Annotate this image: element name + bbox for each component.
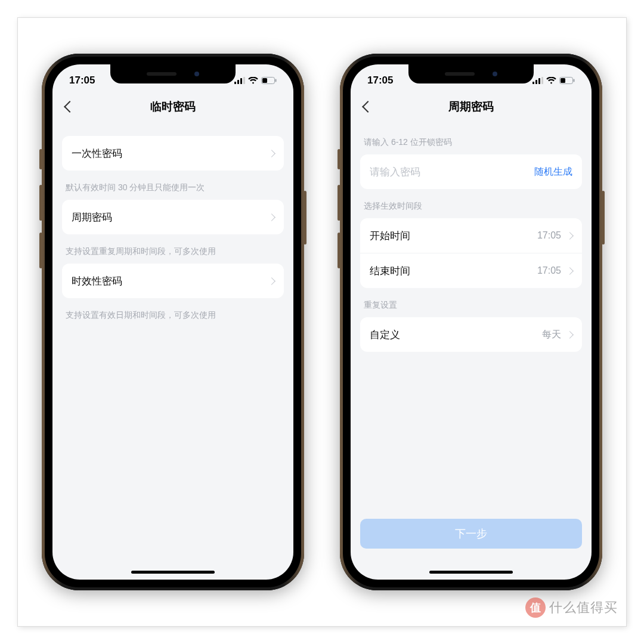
svg-rect-7 [532, 82, 534, 84]
svg-rect-3 [243, 77, 245, 84]
battery-icon [261, 77, 277, 84]
svg-rect-6 [275, 79, 277, 82]
screenshot-canvas: 17:05 临时密码 [18, 18, 626, 626]
watermark-text: 什么值得买 [549, 599, 618, 617]
page-title: 临时密码 [150, 99, 196, 114]
password-input-card: 请输入密码 随机生成 [360, 154, 582, 189]
nav-bar: 周期密码 [351, 93, 592, 120]
timed-password-hint: 支持设置有效日期和时间段，可多次使用 [62, 298, 284, 327]
wifi-icon [248, 77, 258, 84]
chevron-left-icon [64, 101, 76, 113]
period-section-hint: 选择生效时间段 [360, 189, 582, 218]
chevron-right-icon [566, 331, 574, 339]
home-indicator[interactable] [131, 571, 215, 574]
one-time-password-row[interactable]: 一次性密码 [62, 136, 284, 171]
periodic-password-card: 周期密码 [62, 200, 284, 234]
timed-password-row[interactable]: 时效性密码 [62, 264, 284, 298]
time-range-card: 开始时间 17:05 结束时间 17:05 [360, 218, 582, 288]
repeat-card: 自定义 每天 [360, 317, 582, 352]
end-time-value: 17:05 [537, 265, 561, 276]
svg-rect-10 [541, 77, 543, 84]
back-button[interactable] [359, 98, 377, 116]
row-label: 开始时间 [370, 229, 537, 243]
random-generate-link[interactable]: 随机生成 [534, 166, 572, 178]
row-label: 周期密码 [72, 210, 269, 224]
password-instruction: 请输入 6-12 位开锁密码 [360, 125, 582, 154]
custom-repeat-row[interactable]: 自定义 每天 [360, 317, 582, 352]
chevron-right-icon [566, 232, 574, 240]
status-bar: 17:05 [52, 64, 293, 93]
back-button[interactable] [61, 98, 79, 116]
password-input-row[interactable]: 请输入密码 随机生成 [360, 154, 582, 189]
periodic-password-row[interactable]: 周期密码 [62, 200, 284, 234]
password-placeholder: 请输入密码 [370, 165, 534, 179]
watermark-badge: 值 [525, 597, 546, 618]
svg-rect-2 [240, 78, 242, 84]
one-time-password-hint: 默认有效时间 30 分钟且只能使用一次 [62, 171, 284, 200]
watermark: 值 什么值得买 [525, 597, 618, 618]
start-time-value: 17:05 [537, 230, 561, 241]
row-label: 时效性密码 [72, 274, 269, 288]
signal-icon [532, 77, 543, 84]
svg-rect-9 [538, 78, 540, 84]
phone-mockup-left: 17:05 临时密码 [42, 54, 304, 590]
start-time-row[interactable]: 开始时间 17:05 [360, 218, 582, 253]
status-time: 17:05 [69, 71, 95, 86]
row-label: 自定义 [370, 328, 542, 342]
signal-icon [234, 77, 245, 84]
svg-rect-1 [237, 80, 239, 84]
status-bar: 17:05 [351, 64, 592, 93]
chevron-right-icon [268, 150, 275, 157]
nav-bar: 临时密码 [52, 93, 293, 120]
svg-rect-8 [535, 80, 537, 84]
chevron-left-icon [362, 101, 374, 113]
status-time: 17:05 [367, 71, 393, 86]
page-title: 周期密码 [448, 99, 494, 114]
one-time-password-card: 一次性密码 [62, 136, 284, 171]
repeat-section-hint: 重复设置 [360, 288, 582, 317]
next-step-button[interactable]: 下一步 [360, 519, 582, 549]
row-label: 一次性密码 [72, 147, 269, 160]
custom-repeat-value: 每天 [542, 329, 561, 341]
end-time-row[interactable]: 结束时间 17:05 [360, 253, 582, 288]
chevron-right-icon [268, 277, 275, 285]
chevron-right-icon [566, 267, 574, 275]
wifi-icon [546, 77, 556, 84]
periodic-password-hint: 支持设置重复周期和时间段，可多次使用 [62, 234, 284, 264]
svg-rect-13 [574, 79, 575, 82]
timed-password-card: 时效性密码 [62, 264, 284, 298]
home-indicator[interactable] [429, 571, 513, 574]
chevron-right-icon [268, 213, 275, 221]
row-label: 结束时间 [370, 264, 537, 278]
battery-icon [559, 77, 575, 84]
svg-rect-5 [262, 78, 267, 83]
svg-rect-12 [561, 78, 565, 83]
phone-mockup-right: 17:05 周期密码 [340, 54, 602, 590]
svg-rect-0 [234, 82, 236, 84]
